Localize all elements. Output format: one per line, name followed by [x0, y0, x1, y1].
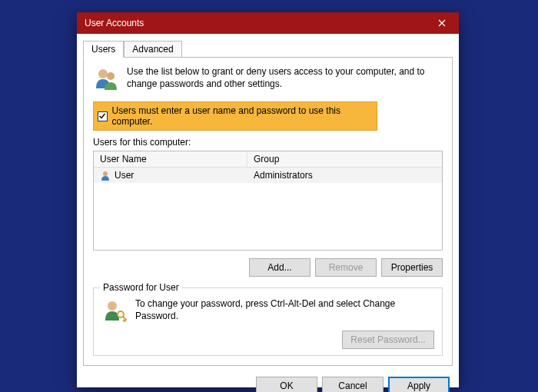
intro-section: Use the list below to grant or deny user…	[93, 65, 443, 94]
tab-panel-users: Use the list below to grant or deny user…	[83, 57, 453, 366]
cancel-button[interactable]: Cancel	[322, 377, 384, 392]
apply-button[interactable]: Apply	[388, 377, 450, 392]
tab-advanced[interactable]: Advanced	[124, 41, 181, 58]
checkmark-icon	[98, 112, 106, 120]
add-button[interactable]: Add...	[249, 258, 311, 277]
reset-password-button: Reset Password...	[342, 331, 434, 349]
listview-header: User Name Group	[94, 151, 442, 168]
password-legend: Password for User	[100, 282, 182, 293]
password-text: To change your password, press Ctrl-Alt-…	[135, 297, 434, 322]
user-icon	[100, 170, 111, 181]
tabstrip: Users Advanced	[77, 34, 459, 57]
users-icon	[93, 65, 119, 94]
key-user-icon	[101, 297, 128, 326]
require-login-checkbox[interactable]	[98, 111, 108, 121]
users-list-label: Users for this computer:	[93, 137, 443, 148]
remove-button: Remove	[315, 258, 377, 277]
svg-point-4	[118, 311, 124, 317]
close-icon	[438, 19, 446, 27]
intro-text: Use the list below to grant or deny user…	[127, 65, 443, 94]
svg-point-1	[107, 72, 115, 80]
properties-button[interactable]: Properties	[381, 258, 443, 277]
window-title: User Accounts	[85, 18, 424, 28]
column-group[interactable]: Group	[247, 151, 442, 167]
password-groupbox: Password for User To change your passwor…	[93, 287, 443, 356]
users-listview[interactable]: User Name Group User Administrators	[93, 151, 443, 251]
column-username[interactable]: User Name	[94, 151, 247, 167]
svg-point-2	[103, 171, 108, 176]
table-row[interactable]: User Administrators	[94, 168, 442, 183]
svg-point-3	[108, 301, 117, 311]
require-login-label: Users must enter a user name and passwor…	[112, 105, 373, 127]
close-button[interactable]	[424, 12, 459, 34]
require-login-row: Users must enter a user name and passwor…	[93, 101, 377, 131]
tab-users[interactable]: Users	[83, 41, 124, 58]
titlebar: User Accounts	[77, 12, 459, 34]
dialog-footer: OK Cancel Apply	[77, 370, 459, 392]
ok-button[interactable]: OK	[256, 377, 317, 392]
cell-username: User	[115, 170, 134, 181]
user-accounts-dialog: User Accounts Users Advanced Use the lis…	[77, 12, 459, 387]
svg-point-0	[98, 69, 108, 78]
cell-group: Administrators	[247, 168, 442, 183]
user-buttons-row: Add... Remove Properties	[93, 258, 443, 277]
